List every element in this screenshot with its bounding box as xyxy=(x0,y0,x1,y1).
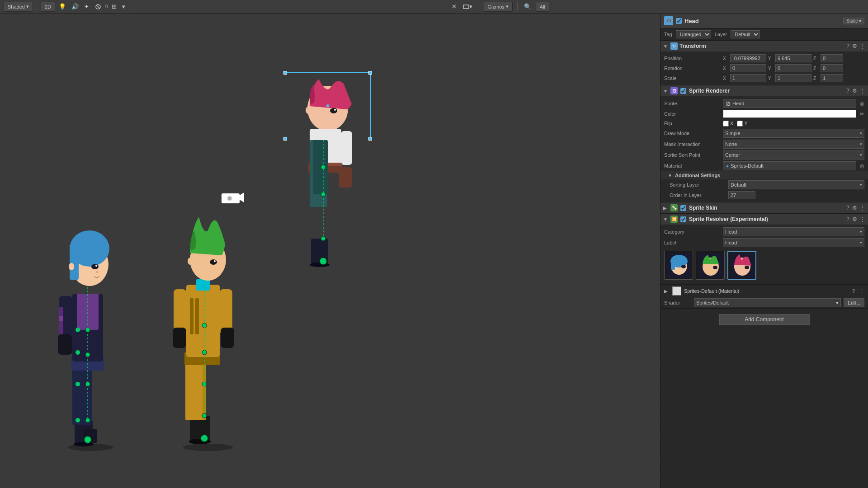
transform-settings-icon[interactable]: ⚙ xyxy=(852,43,857,49)
sorting-layer-dropdown[interactable]: Default ▾ xyxy=(728,180,864,189)
sr-help-icon[interactable]: ? xyxy=(846,88,849,94)
all-button[interactable]: All xyxy=(536,2,549,12)
scale-z-input[interactable] xyxy=(821,74,843,82)
skin-settings-icon[interactable]: ⚙ xyxy=(852,205,857,211)
rot-x-input[interactable] xyxy=(730,64,766,72)
category-dropdown[interactable]: Head ▾ xyxy=(723,227,864,236)
draw-mode-value: Simple xyxy=(725,131,741,136)
color-swatch[interactable] xyxy=(723,110,856,118)
transform-menu-icon[interactable]: ⋮ xyxy=(860,43,865,49)
flip-y-checkbox[interactable] xyxy=(737,121,743,127)
rot-z-label: Z xyxy=(813,66,819,71)
audio-icon[interactable]: 🔊 xyxy=(70,2,80,11)
svg-point-29 xyxy=(85,352,90,357)
static-dropdown[interactable]: Static ▾ xyxy=(843,18,864,24)
tag-select[interactable]: Untagged xyxy=(676,30,711,38)
flip-y-label[interactable]: Y xyxy=(737,121,747,127)
skin-checkbox[interactable] xyxy=(680,205,686,211)
grid-count[interactable]: ▾ xyxy=(120,2,127,11)
layer-select[interactable]: Default xyxy=(731,30,760,38)
scale-x-label: X xyxy=(723,76,728,81)
add-component-button[interactable]: Add Component xyxy=(719,314,810,325)
resolver-settings-icon[interactable]: ⚙ xyxy=(852,216,857,222)
scale-y-input[interactable] xyxy=(775,74,811,82)
material-value-text: Sprites-Default xyxy=(731,163,764,169)
edit-shader-button[interactable]: Edit... xyxy=(844,298,864,307)
resolver-help-icon[interactable]: ? xyxy=(846,216,849,222)
material-expand-arrow[interactable]: ▶ xyxy=(664,289,670,294)
sr-checkbox[interactable] xyxy=(680,88,686,94)
unity-icon: 🎮 xyxy=(664,16,673,25)
draw-mode-row: Draw Mode Simple ▾ xyxy=(660,128,868,139)
skin-menu-icon[interactable]: ⋮ xyxy=(860,205,865,211)
draw-mode-dropdown[interactable]: Simple ▾ xyxy=(723,129,864,138)
light-icon[interactable]: 💡 xyxy=(57,2,68,11)
material-menu-icon[interactable]: ⋮ xyxy=(859,288,864,294)
shader-dropdown[interactable]: Sprites/Default ▾ xyxy=(694,298,841,307)
mask-interaction-row: Mask Interaction None ▾ xyxy=(660,139,868,150)
material-help-icon[interactable]: ? xyxy=(852,288,855,294)
sprite-thumb-2[interactable] xyxy=(696,251,725,280)
order-in-layer-input[interactable] xyxy=(728,191,755,199)
svg-point-50 xyxy=(188,258,193,265)
gizmos-button[interactable]: Gizmos ▾ xyxy=(484,2,513,12)
2d-button[interactable]: 2D xyxy=(41,2,55,12)
label-dropdown[interactable]: Head ▾ xyxy=(723,238,864,247)
add-component-area: Add Component xyxy=(660,309,868,330)
active-checkbox[interactable] xyxy=(676,18,682,24)
rot-y-label: Y xyxy=(768,66,774,71)
rot-y-input[interactable] xyxy=(775,64,811,72)
transform-help-icon[interactable]: ? xyxy=(846,43,849,49)
sprite-thumb-3[interactable] xyxy=(727,251,756,280)
search-icon-2[interactable]: 🔍 xyxy=(522,2,533,11)
mask-interaction-dropdown[interactable]: None ▾ xyxy=(723,140,864,149)
hidden-icon[interactable] xyxy=(93,2,104,11)
sprite-resolver-header[interactable]: ▼ 🔀 Sprite Resolver (Experimental) ? ⚙ ⋮ xyxy=(660,214,868,225)
scale-y-label: Y xyxy=(768,76,774,81)
shader-dropdown-arrow: ▾ xyxy=(836,300,839,306)
color-picker-icon[interactable]: ✏ xyxy=(860,111,864,117)
flip-x-label[interactable]: X xyxy=(723,121,733,127)
sprite-field[interactable]: 🖼 Head xyxy=(723,99,856,108)
grid-icon[interactable]: ⊞ xyxy=(110,2,118,11)
shading-dropdown[interactable]: Shaded ▾ xyxy=(4,2,33,12)
resolver-checkbox[interactable] xyxy=(680,216,686,222)
additional-settings-header[interactable]: ▼ Additional Settings xyxy=(660,171,868,179)
pos-x-input[interactable] xyxy=(730,54,766,62)
sorting-layer-value: Default xyxy=(731,182,746,188)
pos-z-input[interactable] xyxy=(821,54,843,62)
resolver-actions: ? ⚙ ⋮ xyxy=(846,216,865,222)
sprite-sort-point-row: Sprite Sort Point Center ▾ xyxy=(660,150,868,160)
sprite-thumb-1[interactable] xyxy=(664,251,693,280)
separator-3 xyxy=(479,2,479,11)
sprite-renderer-header[interactable]: ▼ 🖼 Sprite Renderer ? ⚙ ⋮ xyxy=(660,85,868,96)
svg-marker-58 xyxy=(240,192,244,202)
scale-x-input[interactable] xyxy=(730,74,766,82)
search-icon[interactable]: ✕ xyxy=(450,2,458,11)
sprite-sort-point-dropdown[interactable]: Center ▾ xyxy=(723,150,864,160)
sprite-resolver-name: Sprite Resolver (Experimental) xyxy=(689,216,844,222)
aspect-dropdown[interactable]: ▾ xyxy=(461,2,474,11)
effects-icon[interactable]: ✦ xyxy=(82,2,91,11)
skin-help-icon[interactable]: ? xyxy=(846,205,849,211)
resolver-body: Category Head ▾ Label Head ▾ xyxy=(660,225,868,284)
tag-label: Tag xyxy=(664,32,672,37)
material-field[interactable]: ● Sprites-Default xyxy=(723,161,856,170)
scene-view[interactable] xyxy=(0,14,660,488)
material-target-icon[interactable]: ◎ xyxy=(860,163,864,169)
pos-z-label: Z xyxy=(813,56,819,61)
pos-y-input[interactable] xyxy=(775,54,811,62)
sprite-skin-header[interactable]: ▶ 🦴 Sprite Skin ? ⚙ ⋮ xyxy=(660,202,868,213)
gizmos-label: Gizmos xyxy=(488,4,505,9)
flip-x-checkbox[interactable] xyxy=(723,121,729,127)
sr-menu-icon[interactable]: ⋮ xyxy=(860,88,865,94)
rot-z-input[interactable] xyxy=(821,64,843,72)
sorting-layer-arrow: ▾ xyxy=(860,183,862,187)
sr-settings-icon[interactable]: ⚙ xyxy=(852,88,857,94)
position-xyz: X Y Z xyxy=(723,54,864,62)
resolver-menu-icon[interactable]: ⋮ xyxy=(860,216,865,222)
inspector-header: 🎮 Head Static ▾ xyxy=(660,14,868,28)
svg-rect-37 xyxy=(185,361,203,420)
transform-header[interactable]: ▼ ⟲ Transform ? ⚙ ⋮ xyxy=(660,41,868,52)
sprite-target-icon[interactable]: ◎ xyxy=(860,101,864,107)
